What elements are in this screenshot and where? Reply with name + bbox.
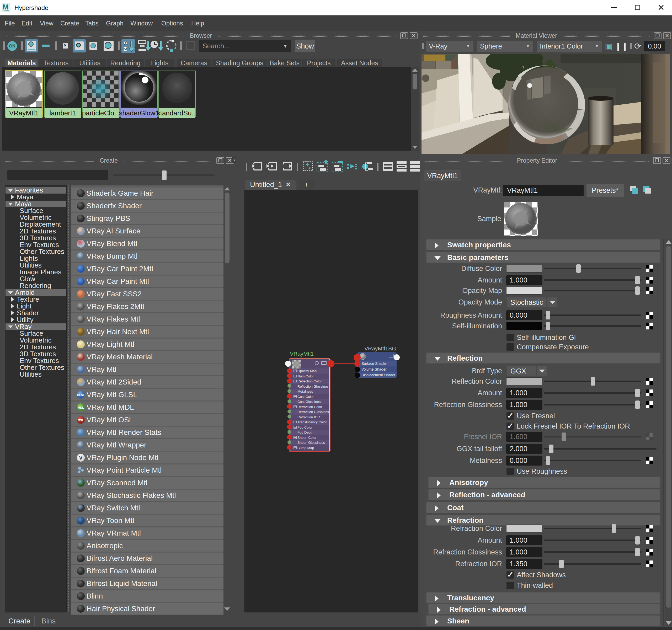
svg-text:OSL: OSL: [78, 419, 84, 422]
svg-text:MDL: MDL: [78, 406, 84, 409]
svg-text:V: V: [79, 455, 82, 461]
svg-text:✦: ✦: [308, 166, 311, 170]
svg-text:GLSL: GLSL: [77, 393, 85, 396]
